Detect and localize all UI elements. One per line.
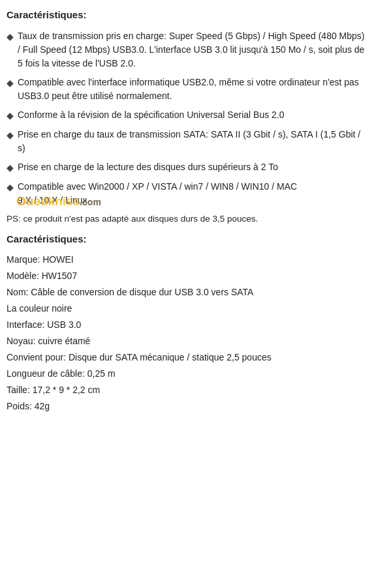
section-2-title: Caractéristiques:	[7, 232, 367, 247]
ps-note: PS: ce produit n'est pas adapté aux disq…	[7, 213, 367, 226]
spec-line-10: Poids: 42g	[7, 400, 367, 413]
diamond-icon-1: ◆	[7, 30, 14, 44]
spec-line-8: Longueur de câble: 0,25 m	[7, 367, 367, 381]
spec-line-3: Nom: Câble de conversion de disque dur U…	[7, 286, 367, 299]
bullet-text-3: Conforme à la révision de la spécificati…	[18, 108, 367, 122]
spec-line-1: Marque: HOWEI	[7, 253, 367, 267]
bullet-text-1: Taux de transmission pris en charge: Sup…	[18, 29, 367, 70]
section-1-title: Caractéristiques:	[7, 8, 367, 23]
bullet-text-2: Compatible avec l'interface informatique…	[18, 76, 367, 103]
diamond-icon-6: ◆	[7, 181, 14, 194]
bullet-text-4: Prise en charge du taux de transmission …	[18, 128, 367, 155]
bullet-item-1: ◆ Taux de transmission pris en charge: S…	[7, 29, 367, 70]
spec-line-5: Interface: USB 3.0	[7, 318, 367, 332]
spec-line-6: Noyau: cuivre étamé	[7, 334, 367, 348]
spec-line-2: Modèle: HW1507	[7, 269, 367, 283]
spec-line-9: Taille: 17,2 * 9 * 2,2 cm	[7, 383, 367, 397]
bullet-item-4: ◆ Prise en charge du taux de transmissio…	[7, 128, 367, 155]
bullet-text-6: Compatible avec Win2000 / XP / VISTA / w…	[18, 180, 367, 207]
bullet-item-2: ◆ Compatible avec l'interface informatiq…	[7, 76, 367, 103]
spec-line-7: Convient pour: Disque dur SATA mécanique…	[7, 351, 367, 364]
diamond-icon-3: ◆	[7, 109, 14, 123]
bullet-item-5: ◆ Prise en charge de la lecture des disq…	[7, 160, 367, 175]
page-content: Caractéristiques: ◆ Taux de transmission…	[7, 8, 367, 413]
section-1: Caractéristiques: ◆ Taux de transmission…	[7, 8, 367, 226]
diamond-icon-2: ◆	[7, 76, 14, 90]
section-2: Caractéristiques: Marque: HOWEI Modèle: …	[7, 232, 367, 414]
diamond-icon-5: ◆	[7, 161, 14, 175]
bullet-text-5: Prise en charge de la lecture des disque…	[18, 160, 367, 174]
bullet-item-6: ◆ Compatible avec Win2000 / XP / VISTA /…	[7, 180, 367, 207]
diamond-icon-4: ◆	[7, 128, 14, 142]
bullet-item-3: ◆ Conforme à la révision de la spécifica…	[7, 108, 367, 123]
spec-line-4: La couleur noire	[7, 302, 367, 316]
